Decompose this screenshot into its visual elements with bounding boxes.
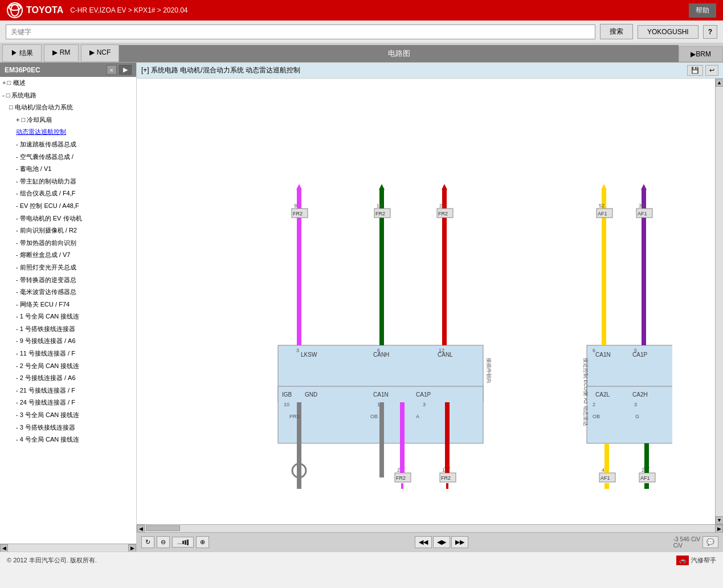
header: TOYOTA C-HR EV,IZOA EV > KPX1# > 2020.04… bbox=[0, 0, 723, 21]
tree-item[interactable]: - 3 号全局 CAN 接线连 bbox=[0, 409, 136, 422]
tab-brm[interactable]: ▶BRM bbox=[679, 46, 723, 62]
svg-text:AF1: AF1 bbox=[601, 475, 610, 481]
diagram-title-text: [+] 系统电路 电动机/混合动力系统 动态雷达巡航控制 bbox=[141, 66, 300, 75]
svg-text:12: 12 bbox=[439, 348, 444, 353]
tree-item[interactable]: - 1 号搭铁接线连接器 bbox=[0, 323, 136, 336]
tree-item[interactable]: - 11 号接线连接器 / F bbox=[0, 348, 136, 360]
svg-text:3: 3 bbox=[423, 402, 426, 407]
tree-item[interactable]: - □ 系统电路 bbox=[0, 89, 136, 102]
yokogushi-button[interactable]: YOKOGUSHI bbox=[638, 25, 699, 39]
coords-display: -3 546 CiV CiV bbox=[673, 536, 700, 549]
scroll-right-arrow[interactable]: ▶ bbox=[128, 544, 136, 552]
breadcrumb: C-HR EV,IZOA EV > KPX1# > 2020.04 bbox=[70, 6, 187, 14]
tree-item[interactable]: - 4 号全局 CAN 接线连 bbox=[0, 434, 136, 446]
tree-item[interactable]: - EV 控制 ECU / A48,F bbox=[0, 200, 136, 213]
tree-item[interactable]: - 网络关 ECU / F74 bbox=[0, 299, 136, 311]
footer: © 2012 丰田汽车公司. 版权所有. 🚗 汽修帮手 bbox=[0, 552, 723, 569]
tree-item[interactable]: - 21 号接线连接器 / F bbox=[0, 385, 136, 397]
tree-item-selected[interactable]: 动态雷达巡航控制 bbox=[0, 126, 136, 138]
prev-prev-button[interactable]: ◀◀ bbox=[415, 536, 432, 548]
tree-item[interactable]: - 3 号搭铁接线连接器 bbox=[0, 422, 136, 434]
tree-item[interactable]: - 带电动机的 EV 传动机 bbox=[0, 213, 136, 225]
tree-item[interactable]: - 空气囊传感器总成 / bbox=[0, 151, 136, 164]
diagram-scroll-track[interactable] bbox=[145, 525, 715, 532]
nav-arrows: ◀◀ ◀▶ ▶▶ bbox=[415, 536, 468, 548]
footer-logo: 汽修帮手 bbox=[691, 556, 716, 565]
tree-item[interactable]: + □ 冷却风扇 bbox=[0, 114, 136, 126]
tree-item[interactable]: □ 电动机/混合动力系统 bbox=[0, 101, 136, 114]
diagram-save-button[interactable]: 💾 bbox=[687, 65, 703, 76]
svg-text:FR2: FR2 bbox=[293, 211, 303, 217]
scroll-track-h[interactable] bbox=[8, 544, 128, 552]
panel-id: EM36P0EC bbox=[5, 66, 40, 74]
refresh-button[interactable]: ↻ bbox=[141, 536, 154, 548]
horizontal-scrollbar[interactable]: ◀ ▶ bbox=[0, 544, 136, 552]
svg-text:OB: OB bbox=[370, 414, 378, 419]
tree-item[interactable]: - 带转换器的逆变器总 bbox=[0, 274, 136, 287]
tree-item[interactable]: - 1 号全局 CAN 接线连 bbox=[0, 311, 136, 323]
svg-marker-40 bbox=[296, 184, 302, 190]
svg-text:G: G bbox=[635, 414, 639, 419]
svg-marker-45 bbox=[379, 184, 385, 190]
tree-item[interactable]: - 前向识别摄像机 / R2 bbox=[0, 224, 136, 237]
diagram-back-button[interactable]: ↩ bbox=[705, 65, 718, 76]
copyright: © 2012 丰田汽车公司. 版权所有. bbox=[7, 556, 97, 565]
tree-item[interactable]: - 9 号接线连接器 / A6 bbox=[0, 335, 136, 348]
tree-item[interactable]: - 带加热器的前向识别 bbox=[0, 237, 136, 250]
svg-text:3: 3 bbox=[296, 348, 299, 353]
svg-text:6: 6 bbox=[377, 348, 380, 353]
svg-text:FR2: FR2 bbox=[396, 475, 406, 481]
svg-text:GND: GND bbox=[305, 391, 317, 398]
svg-text:CA1N: CA1N bbox=[595, 352, 611, 358]
help-button[interactable]: 帮助 bbox=[689, 3, 716, 18]
tree-item[interactable]: - 加速踏板传感器总成 bbox=[0, 138, 136, 151]
zoom-in-button[interactable]: ⊕ bbox=[196, 536, 209, 548]
svg-text:AF1: AF1 bbox=[598, 211, 607, 217]
tabbar: ▶ 结果 ▶ RM ▶ NCF 电路图 ▶BRM bbox=[0, 43, 723, 63]
tree-item[interactable]: - 毫米波雷达传感器总 bbox=[0, 286, 136, 299]
tree-item[interactable]: - 组合仪表总成 / F4,F bbox=[0, 187, 136, 200]
wiring-diagram-svg: LKSW CANH CANL IGB GND CA1N CA1P CA1N CA… bbox=[137, 79, 672, 489]
next-next-button[interactable]: ▶▶ bbox=[451, 536, 468, 548]
svg-marker-50 bbox=[442, 184, 447, 190]
scroll-down-arrow[interactable]: ▼ bbox=[716, 516, 724, 524]
tree-item[interactable]: + □ + □ 概述概述 bbox=[0, 77, 136, 89]
svg-text:CA1P: CA1P bbox=[416, 391, 431, 398]
prev-next-button[interactable]: ◀▶ bbox=[433, 536, 450, 548]
panel-close-button[interactable]: × bbox=[107, 65, 117, 75]
diagram-scroll-right[interactable]: ▶ bbox=[715, 525, 723, 533]
chat-button[interactable]: 💬 bbox=[702, 536, 718, 548]
tab-results[interactable]: ▶ 结果 bbox=[2, 44, 42, 62]
search-input[interactable] bbox=[6, 24, 595, 39]
tree-item[interactable]: - 蓄电池 / V1 bbox=[0, 163, 136, 175]
zoom-out-button[interactable]: ⊖ bbox=[157, 536, 170, 548]
tree-item[interactable]: - 24 号接线连接器 / F bbox=[0, 397, 136, 409]
svg-text:CA2L: CA2L bbox=[595, 391, 610, 398]
tree-panel: + □ + □ 概述概述 - □ 系统电路 □ 电动机/混合动力系统 + □ 冷… bbox=[0, 77, 137, 544]
tab-ncf[interactable]: ▶ NCF bbox=[81, 44, 119, 62]
diagram-scroll-left[interactable]: ◀ bbox=[137, 525, 145, 533]
svg-text:30: 30 bbox=[639, 203, 644, 209]
diagram-horizontal-scrollbar[interactable]: ◀ ▶ bbox=[137, 524, 723, 532]
tree-item[interactable]: - 2 号接线连接器 / A6 bbox=[0, 372, 136, 385]
tab-diagram[interactable]: 电路图 bbox=[119, 45, 679, 62]
svg-text:PR8: PR8 bbox=[289, 414, 300, 419]
help-q-button[interactable]: ? bbox=[703, 25, 717, 39]
scroll-track-v[interactable] bbox=[716, 87, 723, 516]
search-button[interactable]: 搜索 bbox=[600, 24, 633, 39]
panel-arrow-button[interactable]: ▶ bbox=[119, 65, 132, 75]
tree-item[interactable]: - 带主缸的制动助力器 bbox=[0, 175, 136, 188]
svg-text:21: 21 bbox=[439, 203, 445, 209]
tree-item[interactable]: - 熔断丝盒总成 / V7 bbox=[0, 249, 136, 262]
tab-rm[interactable]: ▶ RM bbox=[44, 44, 79, 62]
tree-item[interactable]: - 前照灯变光开关总成 bbox=[0, 262, 136, 274]
tree-item[interactable]: - 2 号全局 CAN 接线连 bbox=[0, 360, 136, 373]
svg-text:接近控制 ECU侧: 接近控制 ECU侧 bbox=[583, 358, 589, 396]
vertical-scrollbar[interactable]: ▲ ▼ bbox=[715, 79, 723, 524]
svg-text:AF1: AF1 bbox=[640, 475, 650, 481]
diagram-canvas[interactable]: LKSW CANH CANL IGB GND CA1N CA1P CA1N CA… bbox=[137, 79, 715, 524]
scroll-left-arrow[interactable]: ◀ bbox=[0, 544, 8, 552]
scroll-up-arrow[interactable]: ▲ bbox=[716, 79, 724, 87]
svg-marker-55 bbox=[601, 184, 607, 190]
svg-text:FR2: FR2 bbox=[438, 211, 448, 217]
